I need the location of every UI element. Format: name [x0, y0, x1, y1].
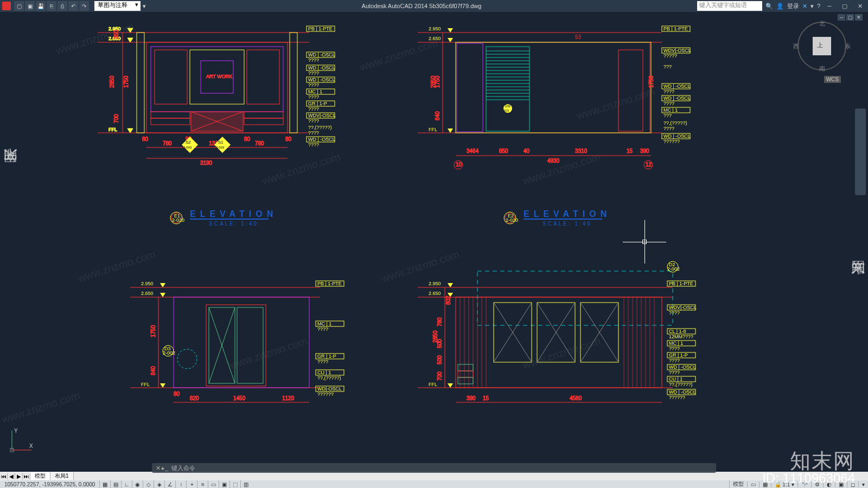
viewcube-south[interactable]: 南: [819, 65, 825, 73]
qat-open-icon[interactable]: ▣: [25, 1, 35, 11]
qat-new-icon[interactable]: ▢: [14, 1, 24, 11]
svg-text:PB | 1-PTE: PB | 1-PTE: [317, 281, 342, 286]
elevation-scale: SCALE: 1:40: [542, 221, 592, 227]
search-icon[interactable]: 🔍: [765, 3, 773, 10]
status-am-icon[interactable]: ▥: [240, 480, 251, 488]
dim: 780: [163, 140, 172, 146]
maximize-button[interactable]: ▢: [839, 1, 851, 11]
svg-text:??????: ??????: [669, 395, 685, 400]
svg-text:????: ????: [308, 130, 319, 136]
status-osnap-icon[interactable]: ◇: [143, 480, 154, 488]
viewcube-east[interactable]: 东: [845, 42, 851, 50]
svg-marker-111: [160, 293, 165, 297]
dim: 1750: [150, 325, 156, 337]
status-lwt-icon[interactable]: ≡: [197, 480, 208, 488]
exchange2-icon[interactable]: ▾: [810, 3, 814, 10]
qat-plot-icon[interactable]: ⎙: [58, 1, 67, 11]
qat-redo-icon[interactable]: ↷: [79, 1, 89, 11]
status-polar-icon[interactable]: ◉: [132, 480, 143, 488]
art-work-label: ART WORK: [206, 74, 232, 79]
close-button[interactable]: ✕: [854, 1, 866, 11]
dim: 4580: [570, 395, 582, 401]
doc-window-controls: ─ ▢ ✕: [838, 14, 863, 21]
status-model-button[interactable]: 模型: [729, 480, 747, 488]
svg-text:GR | 1-P: GR | 1-P: [669, 352, 688, 358]
dim: 80: [142, 136, 149, 142]
svg-text:CU |  1: CU | 1: [317, 370, 331, 375]
status-dyn-icon[interactable]: +: [186, 480, 197, 488]
tab-layout1[interactable]: 布局1: [50, 472, 74, 480]
svg-text:WD | -OSCL: WD | -OSCL: [669, 364, 696, 370]
dim: 2850: [432, 330, 438, 343]
command-line[interactable]: ✕ ▸_ 键入命令: [152, 463, 716, 473]
status-grid-icon[interactable]: ▤: [110, 480, 121, 488]
coordinates-readout[interactable]: 1050770.2257, -193996.7025, 0.0000: [0, 481, 99, 487]
login-link[interactable]: 登录: [787, 2, 799, 10]
doc-min-button[interactable]: ─: [838, 14, 845, 21]
app-logo-icon[interactable]: [2, 2, 11, 10]
sec-marker: S1: [218, 140, 224, 145]
status-layout-icon[interactable]: ▭: [747, 481, 759, 487]
mat-callout: PB | 1-PTE: [307, 26, 335, 31]
status-custom-icon[interactable]: ▾: [858, 481, 868, 487]
status-otrack-icon[interactable]: ∠: [164, 480, 175, 488]
doc-close-button[interactable]: ✕: [855, 14, 863, 21]
wcs-label[interactable]: WCS: [824, 76, 841, 83]
tab-model[interactable]: 模型: [30, 472, 50, 480]
cmd-close-icon[interactable]: ✕: [154, 465, 162, 472]
status-ducs-icon[interactable]: ↕: [175, 480, 186, 488]
svg-text:????: ????: [308, 70, 319, 76]
doc-max-button[interactable]: ▢: [846, 14, 854, 21]
dim: 80: [285, 136, 292, 142]
svg-rect-116: [174, 297, 309, 388]
qat-save-icon[interactable]: 💾: [36, 1, 46, 11]
svg-rect-58: [457, 43, 483, 132]
tab-nav-prev-icon[interactable]: ◀: [8, 473, 15, 479]
viewcube-west[interactable]: 西: [793, 42, 799, 50]
exchange-icon[interactable]: ✕: [802, 3, 807, 10]
cmd-recent-icon[interactable]: ▸_: [162, 465, 168, 472]
status-ortho-icon[interactable]: ∟: [121, 480, 132, 488]
svg-text:PB | 1-PTE: PB | 1-PTE: [669, 281, 693, 286]
svg-marker-112: [160, 383, 165, 388]
status-sc-icon[interactable]: ⬚: [229, 480, 240, 488]
status-3dosnap-icon[interactable]: ◈: [154, 480, 164, 488]
dim: 840: [435, 111, 441, 120]
svg-rect-117: [206, 305, 266, 386]
navigation-bar[interactable]: [855, 108, 866, 195]
svg-text:CU |  1: CU | 1: [669, 376, 682, 382]
help-search-input[interactable]: 键入关键字或短语: [697, 1, 762, 11]
tab-nav-last-icon[interactable]: ⏭: [23, 473, 30, 479]
dim: 2850: [430, 75, 436, 88]
minimize-button[interactable]: ─: [824, 1, 835, 11]
svg-text:??????: ??????: [317, 391, 334, 397]
status-tpy-icon[interactable]: ▭: [208, 480, 219, 488]
tab-nav-first-icon[interactable]: ⏮: [0, 473, 8, 479]
command-input[interactable]: 键入命令: [171, 464, 195, 472]
viewcube-north[interactable]: 北: [819, 20, 825, 28]
qat-undo-icon[interactable]: ↶: [68, 1, 78, 11]
level: 2.650: [141, 291, 154, 296]
level: 2.950: [429, 26, 441, 31]
workspace-dropdown[interactable]: 草图与注释: [94, 1, 141, 11]
svg-text:12MM????: 12MM????: [669, 334, 693, 339]
svg-text:003: 003: [503, 109, 509, 112]
ucs-icon[interactable]: Y X: [8, 427, 35, 455]
qat-saveas-icon[interactable]: ⎘: [47, 1, 56, 11]
svg-text:????: ????: [317, 326, 328, 332]
drawing-canvas[interactable]: 2.950 2.650 FFL ART WORK: [0, 12, 868, 465]
tab-nav-next-icon[interactable]: ▶: [15, 473, 23, 479]
svg-text:????: ????: [308, 106, 319, 112]
svg-marker-110: [160, 283, 165, 287]
status-snap-icon[interactable]: ▦: [99, 480, 110, 488]
svg-rect-57: [456, 42, 651, 133]
dim: 700: [437, 371, 443, 381]
status-qp-icon[interactable]: ▣: [219, 480, 229, 488]
viewcube[interactable]: 北 南 东 西 上: [797, 22, 846, 70]
ffl: FFL: [429, 127, 437, 132]
user-icon[interactable]: 👤: [776, 3, 784, 10]
svg-text:MC |  1: MC | 1: [317, 321, 331, 326]
help-icon[interactable]: ?: [817, 3, 820, 9]
svg-rect-13: [151, 118, 190, 125]
dim: 700: [113, 114, 119, 123]
